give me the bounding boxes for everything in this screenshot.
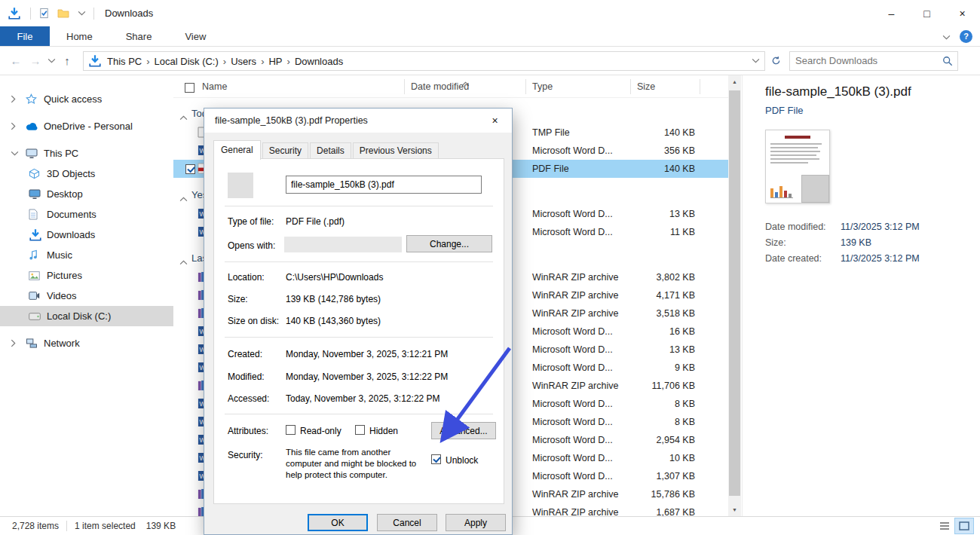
sidebar-item-3d-objects[interactable]: 3D Objects <box>0 164 173 184</box>
collapse-group-icon[interactable] <box>179 191 188 205</box>
chevron-down-icon[interactable] <box>11 151 24 156</box>
thumbnail-chart <box>770 183 793 198</box>
breadcrumb-downloads[interactable]: Downloads <box>292 56 346 67</box>
scroll-down-arrow-icon[interactable]: ▼ <box>728 503 741 516</box>
chevron-right-icon[interactable] <box>11 339 24 347</box>
dialog-close-icon[interactable]: × <box>478 109 512 132</box>
breadcrumb-chevron-icon[interactable]: › <box>286 56 292 67</box>
column-type[interactable]: Type <box>532 81 553 92</box>
scroll-up-arrow-icon[interactable]: ▲ <box>728 75 741 88</box>
preview-filename: file-sample_150kB (3).pdf <box>765 84 980 99</box>
breadcrumb-users[interactable]: Users <box>228 56 259 67</box>
tab-view[interactable]: View <box>168 26 222 46</box>
cancel-button[interactable]: Cancel <box>377 514 437 531</box>
scrollbar-thumb[interactable] <box>729 90 740 496</box>
hidden-checkbox[interactable] <box>355 425 365 435</box>
file-size: 356 KB <box>596 145 695 156</box>
column-name[interactable]: Name <box>202 81 227 92</box>
breadcrumb-chevron-icon[interactable]: › <box>145 56 151 67</box>
breadcrumb-chevron-icon[interactable]: › <box>222 56 228 67</box>
large-icons-view-icon[interactable] <box>954 518 974 534</box>
up-button[interactable]: ↑ <box>57 54 77 67</box>
tab-share[interactable]: Share <box>109 26 169 46</box>
document-icon <box>29 209 45 220</box>
ok-button[interactable]: OK <box>308 514 368 531</box>
refresh-icon[interactable] <box>765 56 786 66</box>
star-icon <box>26 93 42 105</box>
file-size: 1,307 KB <box>596 471 695 482</box>
sidebar-item-onedrive-personal[interactable]: OneDrive - Personal <box>0 116 173 136</box>
file-list-scrollbar[interactable]: ▲ ▼ <box>728 75 741 516</box>
dialog-tab-details[interactable]: Details <box>310 142 351 159</box>
item-checkbox[interactable] <box>185 164 195 174</box>
column-date-modified[interactable]: Date modified <box>411 81 469 92</box>
column-divider[interactable] <box>630 79 631 94</box>
sidebar-item-pictures[interactable]: Pictures <box>0 265 173 286</box>
forward-button[interactable]: → <box>26 54 45 67</box>
chevron-right-icon[interactable] <box>11 122 24 130</box>
file-size: 4,171 KB <box>596 290 695 301</box>
back-button[interactable]: ← <box>6 54 26 67</box>
column-divider[interactable] <box>404 79 405 94</box>
search-input[interactable] <box>789 51 958 71</box>
minimize-button[interactable]: – <box>874 0 909 26</box>
size-value: 139 KB (142,786 bytes) <box>286 294 381 304</box>
sidebar-item-quick-access[interactable]: Quick access <box>0 89 173 109</box>
close-button[interactable]: × <box>945 0 980 26</box>
sidebar-item-music[interactable]: Music <box>0 245 173 265</box>
help-icon[interactable]: ? <box>960 30 972 43</box>
column-divider[interactable] <box>525 79 526 94</box>
navigation-pane: Quick accessOneDrive - PersonalThis PC3D… <box>0 75 173 516</box>
collapse-group-icon[interactable] <box>179 255 188 268</box>
tab-file[interactable]: File <box>0 26 50 46</box>
sidebar-item-label: Videos <box>47 290 77 301</box>
preview-pane: file-sample_150kB (3).pdf PDF File Date … <box>742 75 980 516</box>
sidebar-item-documents[interactable]: Documents <box>0 204 173 225</box>
sidebar-item-network[interactable]: Network <box>0 333 173 353</box>
collapse-group-icon[interactable] <box>179 110 188 124</box>
security-label: Security: <box>228 450 263 460</box>
readonly-checkbox[interactable] <box>286 425 296 435</box>
details-view-icon[interactable] <box>935 518 954 534</box>
dialog-title: file-sample_150kB (3).pdf Properties <box>215 115 368 126</box>
breadcrumb-hp[interactable]: HP <box>265 56 285 67</box>
maximize-button[interactable]: □ <box>909 0 945 26</box>
ribbon-collapse-chevron-icon[interactable] <box>942 29 951 43</box>
breadcrumb-this-pc[interactable]: This PC <box>104 56 145 67</box>
search-icon[interactable] <box>942 56 953 69</box>
tab-home[interactable]: Home <box>50 26 109 46</box>
sidebar-item-this-pc[interactable]: This PC <box>0 143 173 164</box>
change-button[interactable]: Change... <box>406 235 492 252</box>
sidebar-item-label: Desktop <box>47 188 83 200</box>
select-all-checkbox[interactable] <box>185 83 194 93</box>
dialog-tab-previous-versions[interactable]: Previous Versions <box>353 142 439 159</box>
preview-detail-row: Date modified:11/3/2025 3:12 PM <box>765 219 980 234</box>
advanced-button[interactable]: Advanced... <box>431 422 496 439</box>
breadcrumb-local-disk-c[interactable]: Local Disk (C:) <box>152 56 222 67</box>
recent-locations-chevron-icon[interactable] <box>45 58 57 63</box>
address-dropdown-chevron-icon[interactable] <box>752 58 760 63</box>
network-icon <box>26 338 42 348</box>
address-box[interactable]: This PC›Local Disk (C:)›Users›HP›Downloa… <box>83 51 765 71</box>
detail-label: Date modified: <box>765 222 841 232</box>
unblock-checkbox[interactable] <box>431 454 441 464</box>
location-downloads-icon <box>88 54 102 68</box>
qat-new-folder-icon[interactable] <box>55 5 72 22</box>
chevron-right-icon[interactable] <box>11 95 24 103</box>
dialog-titlebar[interactable]: file-sample_150kB (3).pdf Properties × <box>204 109 512 133</box>
sidebar-item-label: Pictures <box>47 270 82 281</box>
qat-properties-icon[interactable] <box>35 5 52 22</box>
filename-input[interactable] <box>286 176 482 194</box>
sidebar-item-label: Network <box>44 338 80 349</box>
column-divider[interactable] <box>700 79 700 94</box>
sidebar-item-videos[interactable]: Videos <box>0 286 173 306</box>
dialog-tab-general[interactable]: General <box>213 140 261 160</box>
modified-value: Monday, November 3, 2025, 3:12:22 PM <box>286 371 448 382</box>
column-size[interactable]: Size <box>637 81 655 92</box>
dialog-tab-security[interactable]: Security <box>262 142 308 159</box>
apply-button[interactable]: Apply <box>446 514 506 531</box>
sidebar-item-local-disk-c[interactable]: Local Disk (C:) <box>0 306 173 326</box>
sidebar-item-desktop[interactable]: Desktop <box>0 184 173 204</box>
qat-customize-chevron-icon[interactable] <box>78 11 86 16</box>
sidebar-item-downloads[interactable]: Downloads <box>0 225 173 245</box>
